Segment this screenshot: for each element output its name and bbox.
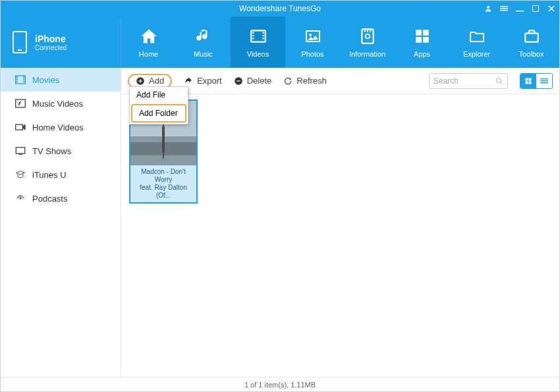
svg-rect-31 xyxy=(24,81,24,82)
svg-rect-34 xyxy=(16,148,24,154)
svg-rect-4 xyxy=(516,11,524,12)
svg-point-39 xyxy=(497,78,501,82)
minimize-button[interactable] xyxy=(516,5,524,13)
svg-rect-3 xyxy=(500,10,508,11)
tab-explorer[interactable]: Explorer xyxy=(449,16,504,68)
dropdown-add-folder[interactable]: Add Folder xyxy=(131,104,186,123)
device-status: Connected xyxy=(35,44,67,51)
titlebar: Wondershare TunesGo xyxy=(1,1,559,16)
content-area: Madcon - Don't Worry feat. Ray Dalton (O… xyxy=(121,94,559,378)
tab-videos[interactable]: Videos xyxy=(231,16,285,68)
tab-music[interactable]: Music xyxy=(176,16,231,68)
svg-rect-46 xyxy=(540,82,548,84)
export-button[interactable]: Export xyxy=(184,76,222,86)
maximize-button[interactable] xyxy=(532,5,540,13)
sidebar-item-movies[interactable]: Movies xyxy=(1,68,121,92)
delete-button[interactable]: Delete xyxy=(234,76,272,86)
sidebar-item-music-videos[interactable]: Music Videos xyxy=(1,92,121,115)
svg-rect-9 xyxy=(252,38,254,39)
sidebar-item-podcasts[interactable]: Podcasts xyxy=(1,186,121,210)
svg-rect-45 xyxy=(540,80,548,82)
svg-rect-17 xyxy=(366,29,368,32)
svg-rect-22 xyxy=(416,37,422,43)
svg-rect-27 xyxy=(16,79,17,80)
svg-rect-38 xyxy=(237,80,240,81)
grid-view-button[interactable] xyxy=(520,74,536,88)
svg-rect-23 xyxy=(423,37,429,43)
svg-rect-32 xyxy=(16,99,26,107)
close-button[interactable] xyxy=(547,5,555,13)
header: iPhone Connected Home Music Videos Photo… xyxy=(1,16,559,68)
thumbnail-caption: Madcon - Don't Worry feat. Ray Dalton (O… xyxy=(130,165,196,202)
svg-rect-8 xyxy=(252,35,254,36)
svg-rect-7 xyxy=(252,32,254,34)
status-bar: 1 of 1 item(s), 1.11MB xyxy=(1,377,559,391)
tab-apps[interactable]: Apps xyxy=(395,16,449,68)
svg-rect-5 xyxy=(533,6,539,12)
tab-information[interactable]: Information xyxy=(340,16,395,68)
svg-point-19 xyxy=(365,34,370,39)
svg-rect-20 xyxy=(416,30,422,36)
refresh-button[interactable]: Refresh xyxy=(283,76,327,86)
svg-rect-29 xyxy=(24,76,24,77)
device-name: iPhone xyxy=(35,34,67,44)
svg-rect-33 xyxy=(16,125,23,130)
svg-rect-12 xyxy=(262,38,264,39)
main-tabs: Home Music Videos Photos Information App… xyxy=(121,16,559,68)
svg-rect-30 xyxy=(24,79,24,80)
svg-rect-41 xyxy=(529,78,532,80)
phone-icon xyxy=(13,31,27,53)
svg-point-35 xyxy=(20,198,21,199)
svg-point-0 xyxy=(487,6,490,9)
svg-rect-28 xyxy=(16,81,17,82)
tab-photos[interactable]: Photos xyxy=(285,16,340,68)
svg-rect-16 xyxy=(364,29,365,32)
svg-rect-42 xyxy=(526,81,528,84)
svg-rect-44 xyxy=(540,78,548,80)
tab-home[interactable]: Home xyxy=(121,16,176,68)
add-dropdown: Add File Add Folder xyxy=(129,86,188,125)
svg-rect-24 xyxy=(525,34,538,42)
svg-point-14 xyxy=(309,34,312,36)
sidebar-item-tv-shows[interactable]: TV Shows xyxy=(1,139,121,163)
svg-rect-11 xyxy=(262,35,264,36)
svg-rect-2 xyxy=(500,8,508,9)
dropdown-add-file[interactable]: Add File xyxy=(130,87,188,103)
svg-rect-10 xyxy=(262,32,264,34)
menu-icon[interactable] xyxy=(500,5,508,13)
svg-rect-26 xyxy=(16,76,17,77)
list-view-button[interactable] xyxy=(536,74,552,88)
search-input[interactable]: Search xyxy=(429,73,508,89)
svg-rect-21 xyxy=(423,30,429,36)
svg-rect-18 xyxy=(370,29,371,32)
device-panel[interactable]: iPhone Connected xyxy=(1,16,121,68)
sidebar-item-itunes-u[interactable]: iTunes U xyxy=(1,163,121,186)
view-toggle xyxy=(520,73,553,89)
svg-rect-43 xyxy=(529,81,532,84)
sidebar: Movies Music Videos Home Videos TV Shows… xyxy=(1,68,121,378)
svg-rect-40 xyxy=(526,78,528,80)
sidebar-item-home-videos[interactable]: Home Videos xyxy=(1,115,121,139)
user-icon[interactable] xyxy=(484,5,492,13)
svg-rect-1 xyxy=(500,6,508,7)
tab-toolbox[interactable]: Toolbox xyxy=(504,16,559,68)
app-title: Wondershare TunesGo xyxy=(239,4,321,13)
